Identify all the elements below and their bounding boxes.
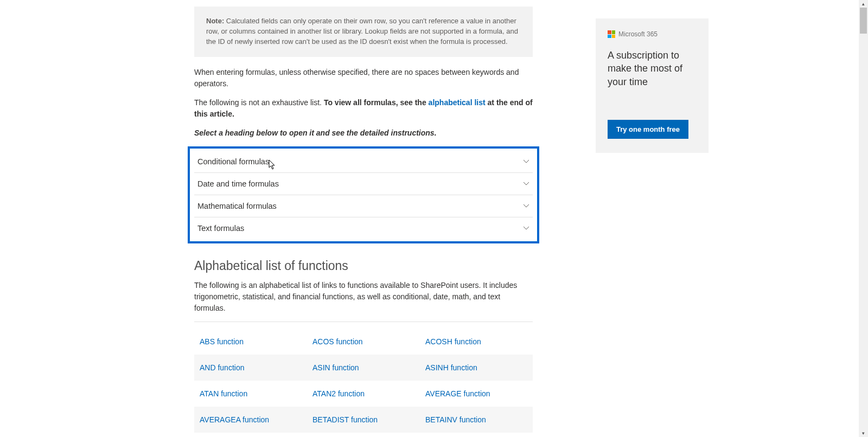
function-table: ABS function ACOS function ACOSH functio… — [194, 329, 533, 437]
function-link[interactable]: BETADIST function — [312, 415, 378, 424]
promo-headline: A subscription to make the most of your … — [608, 49, 699, 88]
note-label: Note: — [206, 17, 224, 25]
scroll-down-arrow-icon[interactable]: ▾ — [859, 429, 868, 437]
text-fragment: The following is not an exhaustive list. — [194, 98, 324, 107]
text-fragment: To view all formulas, see the — [324, 98, 429, 107]
accordion-conditional-formulas[interactable]: Conditional formulas — [194, 151, 533, 173]
accordion-mathematical-formulas[interactable]: Mathematical formulas — [194, 195, 533, 217]
function-link[interactable]: ATAN2 function — [312, 389, 365, 398]
function-link[interactable]: AND function — [200, 363, 244, 372]
table-row: AVERAGEA function BETADIST function BETA… — [194, 407, 533, 433]
scroll-up-arrow-icon[interactable]: ▴ — [859, 0, 868, 8]
paragraph-spacing-rule: When entering formulas, unless otherwise… — [194, 67, 533, 89]
divider — [194, 322, 533, 322]
paragraph-see-list: The following is not an exhaustive list.… — [194, 97, 533, 120]
accordion-group: Conditional formulas Date and time formu… — [188, 146, 539, 243]
function-link[interactable]: AVERAGEA function — [200, 415, 269, 424]
heading-alphabetical-list: Alphabetical list of functions — [194, 259, 533, 273]
accordion-date-time-formulas[interactable]: Date and time formulas — [194, 173, 533, 195]
scrollbar-vertical[interactable]: ▴ ▾ — [859, 0, 868, 437]
microsoft-logo-icon — [608, 30, 615, 38]
function-link[interactable]: ACOSH function — [425, 337, 481, 346]
function-link[interactable]: ATAN function — [200, 389, 247, 398]
select-heading-instruction: Select a heading below to open it and se… — [194, 127, 533, 139]
paragraph-alpha-intro: The following is an alphabetical list of… — [194, 280, 533, 314]
function-link[interactable]: ABS function — [200, 337, 244, 346]
brand-name: Microsoft 365 — [618, 30, 658, 38]
function-link[interactable]: AVERAGE function — [425, 389, 490, 398]
chevron-down-icon — [523, 158, 529, 165]
scroll-thumb[interactable] — [860, 8, 867, 34]
note-body: Calculated fields can only operate on th… — [206, 17, 518, 46]
alphabetical-list-link[interactable]: alphabetical list — [429, 98, 486, 107]
accordion-label: Mathematical formulas — [197, 202, 277, 210]
article-content: Note: Calculated fields can only operate… — [194, 0, 533, 437]
table-row: ATAN function ATAN2 function AVERAGE fun… — [194, 381, 533, 407]
function-link[interactable]: BETAINV function — [425, 415, 486, 424]
try-free-button[interactable]: Try one month free — [608, 120, 688, 139]
ms-logo-row: Microsoft 365 — [608, 30, 699, 38]
accordion-text-formulas[interactable]: Text formulas — [194, 217, 533, 239]
ms365-promo-card: Microsoft 365 A subscription to make the… — [596, 18, 709, 153]
table-row: AND function ASIN function ASINH functio… — [194, 355, 533, 381]
chevron-down-icon — [523, 181, 529, 187]
function-link[interactable]: ASINH function — [425, 363, 477, 372]
chevron-down-icon — [523, 203, 529, 209]
accordion-label: Text formulas — [197, 224, 244, 233]
table-row: BINOMDIST function CEILING function CHAR… — [194, 433, 533, 437]
accordion-label: Conditional formulas — [197, 157, 269, 166]
table-row: ABS function ACOS function ACOSH functio… — [194, 329, 533, 355]
chevron-down-icon — [523, 225, 529, 232]
accordion-label: Date and time formulas — [197, 179, 279, 188]
function-link[interactable]: ACOS function — [312, 337, 363, 346]
note-callout: Note: Calculated fields can only operate… — [194, 7, 533, 57]
function-link[interactable]: ASIN function — [312, 363, 359, 372]
